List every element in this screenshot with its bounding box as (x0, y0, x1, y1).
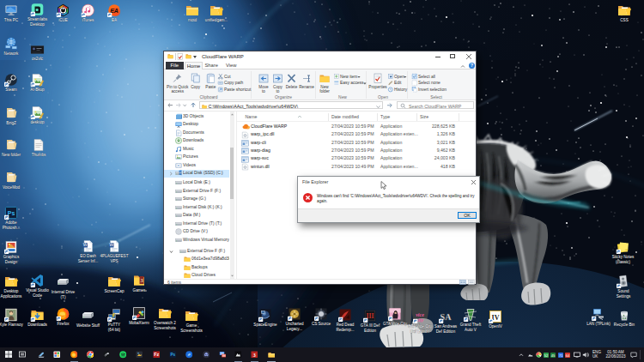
svg-text:3: 3 (253, 353, 256, 358)
svg-text:Invert selection: Invert selection (418, 87, 447, 92)
svg-text:Pin to Quick: Pin to Quick (167, 85, 189, 89)
svg-text:desktop: desktop (30, 120, 45, 124)
svg-text:Copy: Copy (191, 85, 201, 89)
svg-text:access: access (171, 89, 184, 94)
svg-text:Copy path: Copy path (224, 81, 244, 85)
svg-text:EO Dash: EO Dash (80, 254, 96, 258)
svg-text:motd: motd (188, 18, 197, 22)
svg-text:(T): (T) (61, 295, 66, 299)
svg-text:OpenIV: OpenIV (489, 324, 503, 329)
svg-text:Easy access: Easy access (340, 81, 364, 85)
svg-text:Select none: Select none (418, 81, 440, 85)
svg-text:Design: Design (5, 260, 18, 264)
svg-text:EA: EA (112, 18, 118, 22)
svg-text:Internal Drive: Internal Drive (52, 290, 76, 294)
svg-text:New: New (338, 95, 347, 100)
svg-text:folder: folder (319, 89, 330, 94)
svg-text:Delete: Delete (286, 85, 298, 89)
svg-text:New: New (320, 85, 329, 89)
svg-text:ScreenCap: ScreenCap (105, 289, 125, 293)
svg-text:Games: Games (133, 288, 147, 293)
svg-text:Desktop: Desktop (30, 22, 45, 27)
svg-text:Adobe: Adobe (5, 220, 17, 225)
svg-text:Organize: Organize (275, 95, 292, 100)
svg-text:Select: Select (430, 95, 442, 100)
svg-text:iTunes: iTunes (82, 18, 94, 22)
svg-text:Downloads: Downloads (27, 323, 47, 327)
svg-text:Streamlabs: Streamlabs (27, 17, 48, 21)
svg-text:Code: Code (33, 293, 42, 298)
svg-text:MobaXterm: MobaXterm (129, 321, 149, 325)
svg-text:History: History (394, 87, 408, 92)
svg-text:Network: Network (4, 51, 20, 56)
svg-text:Def Edition: Def Edition (436, 329, 456, 334)
svg-text:Fz: Fz (154, 353, 159, 358)
svg-text:San Andreas: San Andreas (434, 324, 458, 329)
svg-text:Website Stuff: Website Stuff (76, 323, 100, 328)
svg-text:Screenshots: Screenshots (180, 329, 203, 333)
svg-text:45: 45 (551, 353, 556, 357)
svg-text:Edit: Edit (394, 81, 402, 85)
svg-text:CS Source: CS Source (312, 322, 331, 326)
svg-text:Uncharted: Uncharted (285, 322, 304, 326)
svg-text:VoiceMod: VoiceMod (3, 185, 21, 190)
svg-text:64: 64 (566, 353, 570, 357)
svg-text:Copy: Copy (273, 85, 283, 89)
svg-text:Select all: Select all (418, 74, 435, 78)
svg-text:Game: Game (186, 323, 197, 328)
svg-text:Desktop: Desktop (4, 289, 19, 293)
svg-text:Redemp...: Redemp... (336, 328, 354, 332)
svg-text:Def Edition: Def Edition (410, 329, 430, 334)
svg-text:GTA Vice City: GTA Vice City (383, 322, 408, 326)
svg-text:Paste shortcut: Paste shortcut (224, 87, 252, 92)
svg-text:SpaceEngine: SpaceEngine (253, 323, 277, 327)
svg-text:Edition: Edition (364, 329, 376, 333)
svg-text:Kyle Flamsoy: Kyle Flamsoy (0, 323, 23, 327)
svg-text:GTA Vice City: GTA Vice City (408, 324, 433, 329)
svg-text:to: to (262, 89, 265, 94)
svg-text:(classic): (classic) (616, 260, 630, 264)
svg-text:Photosh...: Photosh... (3, 226, 21, 230)
svg-text:Rename: Rename (299, 85, 314, 89)
svg-text:Clipboard: Clipboard (200, 95, 218, 100)
svg-text:New item: New item (340, 74, 357, 78)
svg-text:Open: Open (378, 95, 388, 100)
svg-text:Firefox: Firefox (57, 322, 70, 326)
svg-text:Thumbs: Thumbs (32, 153, 46, 157)
svg-text:Properties: Properties (368, 85, 387, 89)
svg-text:Move: Move (258, 85, 269, 89)
svg-text:52: 52 (544, 353, 548, 357)
svg-text:Open: Open (394, 74, 404, 78)
svg-text:Sound: Sound (617, 289, 629, 293)
svg-text:Server Inf...: Server Inf... (78, 259, 99, 263)
svg-text:Screenshots: Screenshots (154, 326, 176, 330)
svg-text:Overwatch 2: Overwatch 2 (154, 321, 176, 325)
svg-text:to: to (276, 89, 280, 94)
svg-text:4PLAGUEFEST: 4PLAGUEFEST (100, 254, 129, 258)
svg-text:Settings: Settings (617, 294, 631, 299)
svg-text:Steam: Steam (5, 87, 16, 92)
svg-text:Grand Theft: Grand Theft (460, 323, 482, 327)
svg-text:ox2vlc: ox2vlc (32, 57, 44, 61)
svg-text:iCUE: iCUE (58, 18, 68, 22)
svg-text:AI-Bkup: AI-Bkup (30, 87, 45, 92)
svg-text:CSS: CSS (620, 18, 628, 22)
svg-text:VPS: VPS (110, 259, 118, 263)
svg-text:LAN (TPLink): LAN (TPLink) (586, 322, 611, 326)
svg-text:Cut: Cut (224, 74, 231, 78)
svg-text:New folder: New folder (2, 153, 21, 157)
svg-text:PuTTY: PuTTY (108, 323, 120, 327)
svg-text:71: 71 (558, 353, 562, 357)
svg-text:Paste: Paste (205, 85, 216, 89)
svg-text:This PC: This PC (4, 18, 19, 22)
svg-text:Visual Studio: Visual Studio (26, 288, 49, 293)
svg-text:Red Dead: Red Dead (337, 323, 355, 327)
svg-text:Applications: Applications (1, 294, 22, 299)
svg-text:BzigZ: BzigZ (6, 121, 16, 125)
svg-text:Auto V: Auto V (465, 328, 477, 332)
svg-text:Legacy...: Legacy... (287, 327, 302, 331)
svg-text:GTA III Def: GTA III Def (361, 323, 380, 328)
svg-text:Recycle Bin: Recycle Bin (614, 323, 635, 327)
svg-text:Sticky Notes: Sticky Notes (612, 255, 635, 259)
svg-text:(64 bit): (64 bit) (108, 328, 121, 332)
